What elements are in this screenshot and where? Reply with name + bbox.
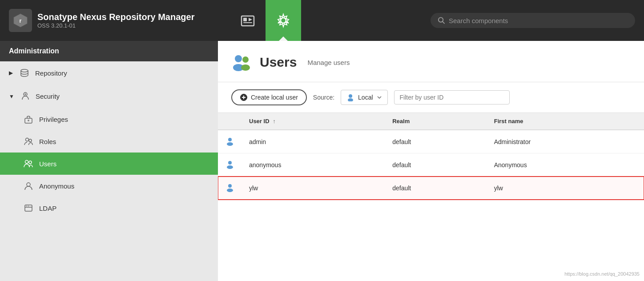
row-firstname: ylw: [487, 177, 644, 200]
user-row-icon: [225, 159, 235, 169]
svg-point-13: [29, 139, 32, 142]
sidebar-child-users[interactable]: Users: [0, 153, 218, 175]
browse-nav-btn[interactable]: [230, 0, 266, 41]
plus-icon: [240, 94, 247, 101]
row-icon-cell: [218, 153, 242, 177]
svg-point-32: [228, 161, 232, 165]
user-row-icon: [225, 182, 235, 192]
table-row[interactable]: anonymous default Anonymous: [218, 153, 644, 177]
privileges-label: Privileges: [39, 116, 68, 123]
svg-point-14: [25, 161, 28, 164]
svg-point-16: [27, 183, 30, 186]
sidebar-child-privileges[interactable]: Privileges: [0, 108, 218, 130]
content-area: Users Manage users Create local user Sou…: [218, 41, 644, 281]
main-layout: Administration ▶ Repository ▼: [0, 41, 644, 281]
row-userid: anonymous: [242, 153, 385, 177]
svg-point-35: [227, 189, 233, 192]
svg-point-28: [349, 94, 352, 98]
table-header-row: User ID ↑ Realm First name: [218, 113, 644, 130]
admin-nav-btn[interactable]: [266, 0, 301, 41]
row-realm: default: [385, 130, 487, 153]
app-logo: r: [9, 9, 32, 32]
security-section: ▼ Security: [0, 84, 218, 219]
svg-point-24: [241, 64, 250, 71]
svg-point-23: [242, 56, 249, 63]
th-firstname: First name: [487, 113, 644, 130]
svg-rect-3: [243, 18, 247, 21]
svg-point-5: [281, 18, 286, 23]
sidebar-child-ldap[interactable]: LDAP: [0, 197, 218, 219]
search-input[interactable]: [449, 17, 628, 24]
users-label: Users: [39, 160, 56, 168]
table-row[interactable]: ylw default ylw: [218, 177, 644, 200]
search-box[interactable]: [431, 13, 635, 28]
ldap-label: LDAP: [39, 205, 56, 212]
source-dropdown[interactable]: Local: [341, 90, 387, 105]
svg-point-19: [26, 206, 27, 207]
toolbar: Create local user Source: Local: [218, 82, 644, 113]
row-icon-cell: [218, 130, 242, 153]
th-icon: [218, 113, 242, 130]
security-section-header[interactable]: ▼ Security: [0, 84, 218, 108]
page-subtitle: Manage users: [307, 59, 350, 66]
source-user-icon: [346, 93, 354, 101]
row-userid: admin: [242, 130, 385, 153]
sidebar: Administration ▶ Repository ▼: [0, 41, 218, 281]
top-nav: r Sonatype Nexus Repository Manager OSS …: [0, 0, 644, 41]
svg-point-7: [21, 69, 28, 72]
users-icon: [23, 158, 34, 169]
dropdown-arrow-icon: [377, 95, 382, 100]
nav-icons: [230, 0, 301, 41]
sidebar-child-roles[interactable]: Roles: [0, 130, 218, 153]
row-userid: ylw: [242, 177, 385, 200]
security-icon: [20, 91, 30, 102]
sidebar-child-anonymous[interactable]: Anonymous: [0, 175, 218, 197]
sidebar-header: Administration: [0, 41, 218, 61]
roles-label: Roles: [39, 138, 56, 145]
security-collapse-arrow: ▼: [9, 93, 14, 100]
svg-point-31: [227, 142, 233, 146]
svg-point-21: [235, 55, 242, 62]
svg-point-29: [348, 98, 353, 101]
privileges-icon: [23, 114, 34, 124]
search-icon: [438, 16, 445, 24]
anonymous-label: Anonymous: [39, 182, 74, 190]
repository-icon: [19, 68, 30, 78]
repository-label: Repository: [35, 69, 67, 77]
svg-point-15: [29, 161, 32, 164]
logo-area: r Sonatype Nexus Repository Manager OSS …: [9, 9, 194, 32]
source-label: Source:: [313, 94, 334, 101]
watermark: https://blog.csdn.net/qq_20042935: [564, 271, 640, 277]
row-realm: default: [385, 177, 487, 200]
security-children: Privileges Roles: [0, 108, 218, 219]
row-firstname: Anonymous: [487, 153, 644, 177]
roles-icon: [23, 136, 34, 147]
users-header-icon: [231, 52, 253, 73]
filter-userid-input[interactable]: [394, 90, 510, 104]
source-value: Local: [358, 94, 373, 101]
page-title: Users: [260, 55, 297, 70]
users-table: User ID ↑ Realm First name: [218, 113, 644, 200]
th-realm: Realm: [385, 113, 487, 130]
svg-text:r: r: [20, 18, 22, 24]
security-label: Security: [36, 92, 60, 100]
th-userid[interactable]: User ID ↑: [242, 113, 385, 130]
create-btn-label: Create local user: [251, 94, 298, 101]
row-icon-cell: [218, 177, 242, 200]
repository-collapse-arrow: ▶: [9, 70, 13, 76]
svg-point-34: [228, 184, 232, 188]
svg-point-11: [28, 120, 29, 121]
table-row[interactable]: admin default Administrator: [218, 130, 644, 153]
sort-arrow-icon: ↑: [273, 118, 276, 124]
svg-point-9: [24, 93, 26, 95]
row-realm: default: [385, 153, 487, 177]
svg-point-20: [28, 206, 29, 207]
svg-point-33: [227, 165, 233, 169]
create-local-user-button[interactable]: Create local user: [231, 89, 307, 105]
sidebar-item-repository[interactable]: ▶ Repository: [0, 61, 218, 84]
content-header: Users Manage users: [218, 41, 644, 82]
svg-rect-4: [243, 22, 252, 23]
ldap-icon: [23, 203, 34, 213]
anonymous-icon: [23, 181, 34, 191]
svg-point-30: [228, 138, 232, 141]
